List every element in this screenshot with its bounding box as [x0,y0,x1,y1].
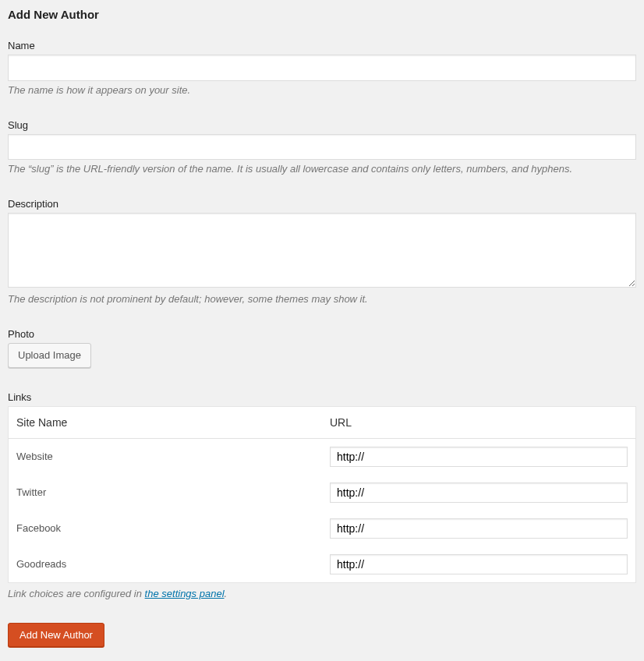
links-field: Links Site Name URL Website Twitter Face… [8,391,636,599]
link-site-name: Goodreads [9,546,323,583]
links-hint-prefix: Link choices are configured in [8,588,145,599]
links-hint-suffix: . [225,588,228,599]
add-new-author-button[interactable]: Add New Author [8,623,104,647]
name-hint: The name is how it appears on your site. [8,84,636,96]
links-label: Links [8,391,636,403]
table-row: Twitter [9,475,636,511]
links-header-site-name: Site Name [9,406,323,438]
slug-input[interactable] [8,134,636,161]
table-row: Website [9,438,636,475]
photo-label: Photo [8,328,636,340]
link-site-name: Twitter [9,475,323,511]
links-hint: Link choices are configured in the setti… [8,588,636,599]
settings-panel-link[interactable]: the settings panel [145,588,225,599]
photo-field: Photo Upload Image [8,328,636,368]
link-site-name: Facebook [9,511,323,546]
links-header-url: URL [322,406,636,438]
link-url-input[interactable] [330,518,628,539]
name-field: Name The name is how it appears on your … [8,40,636,96]
description-input[interactable] [8,213,636,288]
upload-image-button[interactable]: Upload Image [8,343,91,368]
link-site-name: Website [9,438,323,475]
table-row: Goodreads [9,546,636,583]
links-table: Site Name URL Website Twitter Facebook G… [8,406,636,583]
link-url-input[interactable] [330,554,628,574]
page-title: Add New Author [8,8,636,24]
name-input[interactable] [8,55,636,81]
link-url-input[interactable] [330,482,628,503]
name-label: Name [8,40,636,51]
link-url-input[interactable] [330,447,628,467]
table-row: Facebook [9,511,636,546]
slug-label: Slug [8,119,636,131]
slug-hint: The “slug” is the URL-friendly version o… [8,163,636,175]
description-label: Description [8,198,636,210]
slug-field: Slug The “slug” is the URL-friendly vers… [8,119,636,175]
description-hint: The description is not prominent by defa… [8,293,636,305]
description-field: Description The description is not promi… [8,198,636,305]
